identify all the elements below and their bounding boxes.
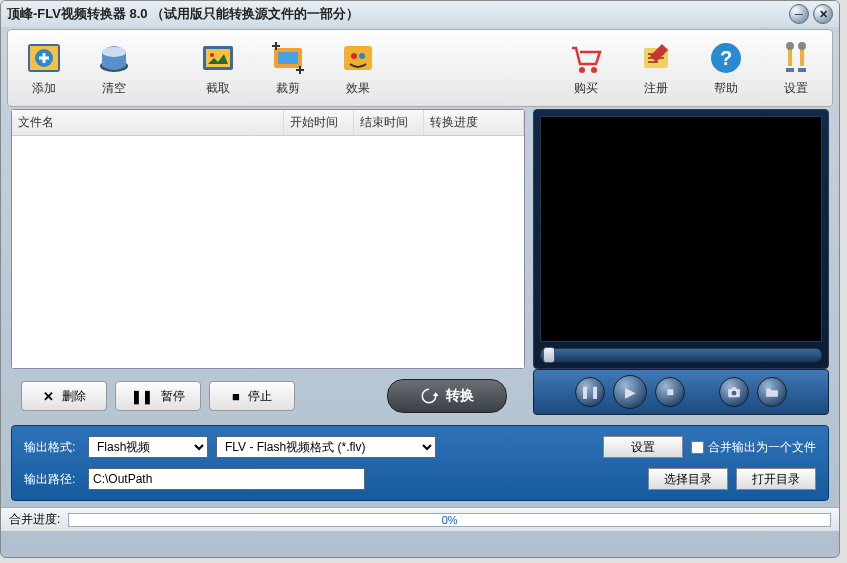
settings-icon (778, 40, 814, 76)
preview-panel (533, 109, 829, 369)
toolbar-buy-label: 购买 (574, 80, 598, 97)
player-controls: ❚❚ ▶ ■ (533, 369, 829, 415)
svg-rect-6 (206, 49, 230, 67)
merge-label: 合并输出为一个文件 (708, 439, 816, 456)
player-pause-button[interactable]: ❚❚ (575, 377, 605, 407)
player-open-button[interactable] (757, 377, 787, 407)
clear-icon (96, 40, 132, 76)
file-list-body[interactable] (12, 136, 524, 368)
svg-point-11 (351, 53, 357, 59)
pause-label: 暂停 (161, 388, 185, 405)
main-toolbar: 添加 清空 截取 裁剪 效果 购买 注册 ? 帮助 (7, 29, 833, 107)
toolbar-capture-label: 截取 (206, 80, 230, 97)
output-path-label: 输出路径: (24, 471, 80, 488)
toolbar-clear-label: 清空 (102, 80, 126, 97)
output-format-select[interactable]: Flash视频 (88, 436, 208, 458)
convert-button[interactable]: 转换 (387, 379, 507, 413)
svg-point-4 (102, 47, 126, 57)
delete-button[interactable]: ✕ 删除 (21, 381, 107, 411)
toolbar-add-label: 添加 (32, 80, 56, 97)
stop-button[interactable]: ■ 停止 (209, 381, 295, 411)
output-path-input[interactable] (88, 468, 365, 490)
player-stop-button[interactable]: ■ (655, 377, 685, 407)
player-play-button[interactable]: ▶ (613, 375, 647, 409)
toolbar-help-button[interactable]: ? 帮助 (698, 40, 754, 97)
convert-icon (420, 387, 438, 405)
svg-rect-20 (786, 68, 794, 72)
merge-progress-bar: 0% (68, 513, 831, 527)
toolbar-effect-button[interactable]: 效果 (330, 40, 386, 97)
delete-label: 删除 (62, 388, 86, 405)
toolbar-register-label: 注册 (644, 80, 668, 97)
seek-thumb[interactable] (543, 347, 555, 363)
file-list[interactable]: 文件名 开始时间 结束时间 转换进度 (11, 109, 525, 369)
svg-point-19 (798, 42, 806, 50)
effect-icon (340, 40, 376, 76)
open-dir-button[interactable]: 打开目录 (736, 468, 816, 490)
merge-checkbox-wrap[interactable]: 合并输出为一个文件 (691, 439, 816, 456)
col-end-time[interactable]: 结束时间 (354, 110, 424, 135)
col-progress[interactable]: 转换进度 (424, 110, 524, 135)
choose-dir-button[interactable]: 选择目录 (648, 468, 728, 490)
app-window: 顶峰-FLV视频转换器 8.0 （试用版只能转换源文件的一部分） ─ ✕ 添加 … (0, 0, 840, 558)
player-snapshot-button[interactable] (719, 377, 749, 407)
svg-rect-21 (798, 68, 806, 72)
toolbar-help-label: 帮助 (714, 80, 738, 97)
capture-icon (200, 40, 236, 76)
output-settings-button[interactable]: 设置 (603, 436, 683, 458)
toolbar-settings-button[interactable]: 设置 (768, 40, 824, 97)
merge-progress-pct: 0% (442, 514, 458, 527)
toolbar-crop-button[interactable]: 裁剪 (260, 40, 316, 97)
output-format-label: 输出格式: (24, 439, 80, 456)
output-panel: 输出格式: Flash视频 FLV - Flash视频格式 (*.flv) 设置… (11, 425, 829, 501)
seek-slider[interactable] (540, 348, 822, 362)
svg-rect-24 (732, 387, 737, 389)
help-icon: ? (708, 40, 744, 76)
close-button[interactable]: ✕ (813, 4, 833, 24)
x-icon: ✕ (43, 389, 54, 404)
list-action-row: ✕ 删除 ❚❚ 暂停 ■ 停止 转换 (11, 369, 517, 419)
cart-icon (568, 40, 604, 76)
pause-icon: ❚❚ (131, 389, 153, 404)
convert-label: 转换 (446, 387, 474, 405)
file-list-header: 文件名 开始时间 结束时间 转换进度 (12, 110, 524, 136)
register-icon (638, 40, 674, 76)
stop-label: 停止 (248, 388, 272, 405)
toolbar-settings-label: 设置 (784, 80, 808, 97)
output-format-ext-select[interactable]: FLV - Flash视频格式 (*.flv) (216, 436, 436, 458)
col-start-time[interactable]: 开始时间 (284, 110, 354, 135)
folder-icon (765, 385, 779, 399)
merge-progress-label: 合并进度: (9, 511, 60, 528)
pause-button[interactable]: ❚❚ 暂停 (115, 381, 201, 411)
svg-text:?: ? (720, 47, 732, 69)
svg-point-14 (591, 67, 597, 73)
toolbar-effect-label: 效果 (346, 80, 370, 97)
toolbar-crop-label: 裁剪 (276, 80, 300, 97)
app-title: 顶峰-FLV视频转换器 8.0 （试用版只能转换源文件的一部分） (7, 5, 359, 23)
toolbar-buy-button[interactable]: 购买 (558, 40, 614, 97)
toolbar-register-button[interactable]: 注册 (628, 40, 684, 97)
stop-icon: ■ (232, 389, 240, 404)
svg-point-7 (210, 53, 214, 57)
toolbar-add-button[interactable]: 添加 (16, 40, 72, 97)
col-filename[interactable]: 文件名 (12, 110, 284, 135)
svg-rect-9 (278, 52, 298, 64)
video-preview[interactable] (540, 116, 822, 342)
titlebar: 顶峰-FLV视频转换器 8.0 （试用版只能转换源文件的一部分） ─ ✕ (1, 1, 839, 27)
statusbar: 合并进度: 0% (1, 507, 839, 531)
svg-point-12 (359, 53, 365, 59)
svg-point-18 (786, 42, 794, 50)
svg-point-23 (732, 391, 737, 396)
add-icon (26, 40, 62, 76)
crop-icon (270, 40, 306, 76)
merge-checkbox[interactable] (691, 441, 704, 454)
toolbar-capture-button[interactable]: 截取 (190, 40, 246, 97)
camera-icon (727, 385, 741, 399)
minimize-button[interactable]: ─ (789, 4, 809, 24)
svg-point-13 (579, 67, 585, 73)
toolbar-clear-button[interactable]: 清空 (86, 40, 142, 97)
